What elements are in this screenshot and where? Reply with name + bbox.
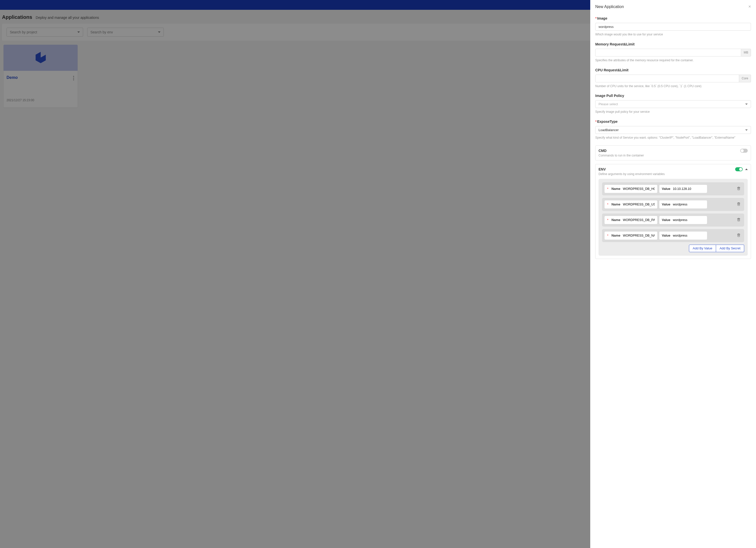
close-icon[interactable]: ×: [748, 4, 751, 9]
chevron-down-icon: [745, 103, 748, 105]
memory-hint: Specifies the attributes of the memory r…: [595, 58, 751, 63]
cpu-input[interactable]: [595, 75, 739, 82]
memory-suffix: MB: [741, 49, 751, 57]
new-application-drawer: New Application × *Image Which image wou…: [590, 0, 756, 112]
pull-policy-select[interactable]: Please select: [595, 100, 751, 108]
image-label: *Image: [595, 16, 751, 20]
image-group: *Image Which image would you like to use…: [595, 16, 751, 37]
pull-policy-label: Image Pull Policy: [595, 94, 751, 98]
drawer-header: New Application ×: [595, 4, 751, 9]
image-input[interactable]: [595, 23, 751, 31]
cpu-group: CPU Request&Limit Core Number of CPU uni…: [595, 68, 751, 88]
pull-policy-placeholder: Please select: [599, 102, 618, 106]
image-hint: Which image would you like to use for yo…: [595, 32, 751, 37]
cpu-hint: Number of CPU units for the service, lik…: [595, 84, 751, 88]
memory-input[interactable]: [595, 49, 741, 57]
memory-group: Memory Request&Limit MB Specifies the at…: [595, 42, 751, 63]
memory-label: Memory Request&Limit: [595, 42, 751, 46]
pull-policy-group: Image Pull Policy Please select Specify …: [595, 94, 751, 112]
cpu-suffix: Core: [739, 75, 751, 82]
drawer-title: New Application: [595, 5, 624, 9]
pull-policy-hint: Specify image pull policy for your servi…: [595, 110, 751, 112]
cpu-label: CPU Request&Limit: [595, 68, 751, 72]
